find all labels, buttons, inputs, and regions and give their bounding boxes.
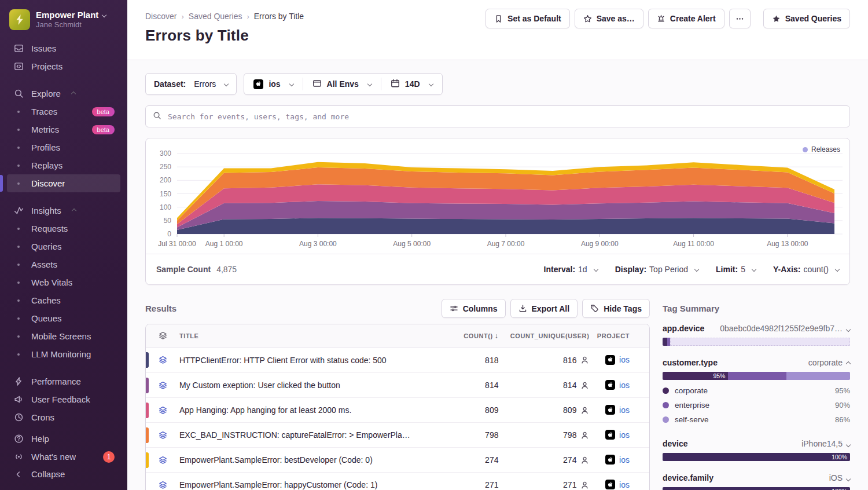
sidebar-item-profiles[interactable]: Profiles bbox=[7, 138, 120, 156]
dataset-filter-button[interactable]: Dataset: Errors bbox=[145, 73, 237, 95]
tag-entry-device: device iPhone14,5 100% bbox=[663, 439, 850, 461]
y-axis-control[interactable]: Y-Axis: count() bbox=[773, 265, 839, 274]
error-title-link[interactable]: EXC_BAD_INSTRUCTION: captureFatalError: … bbox=[179, 430, 422, 440]
sidebar-item-llm-monitoring[interactable]: LLM Monitoring bbox=[7, 345, 120, 363]
tag-key: device bbox=[663, 439, 688, 448]
project-link[interactable]: ios bbox=[619, 480, 630, 489]
button-label: Saved Queries bbox=[785, 14, 841, 23]
count-unique-cell: 271 bbox=[498, 480, 589, 489]
create-alert-button[interactable]: Create Alert bbox=[648, 9, 724, 28]
tag-distribution-bar[interactable]: 95% bbox=[663, 372, 850, 380]
error-title-link[interactable]: HTTPClientError: HTTP Client Error with … bbox=[179, 356, 422, 365]
star-filled-icon bbox=[772, 14, 781, 23]
error-title-link[interactable]: App Hanging: App hanging for at least 20… bbox=[179, 405, 422, 415]
sidebar-item-traces[interactable]: Traces beta bbox=[7, 103, 120, 120]
project-cell: ios bbox=[605, 380, 630, 390]
tag-legend-dot bbox=[663, 387, 669, 394]
sidebar-item-queues[interactable]: Queues bbox=[7, 309, 120, 327]
search-input[interactable] bbox=[167, 112, 843, 122]
chart-legend[interactable]: Releases bbox=[803, 145, 840, 153]
tag-entry-device-family: device.family iOS 100% bbox=[663, 473, 850, 490]
project-link[interactable]: ios bbox=[619, 355, 630, 364]
project-link[interactable]: ios bbox=[619, 430, 630, 440]
columns-button[interactable]: Columns bbox=[442, 299, 506, 318]
interval-control[interactable]: Interval: 1d bbox=[544, 265, 598, 274]
sidebar-item-performance[interactable]: Performance bbox=[7, 372, 120, 390]
tag-legend-row[interactable]: self-serve 86% bbox=[663, 412, 850, 427]
tag-toggle[interactable]: customer.type corporate bbox=[663, 358, 850, 367]
tag-top-value: 0baebc0de4982f1255f2e9e9fb7… bbox=[720, 324, 843, 333]
project-link[interactable]: ios bbox=[619, 381, 630, 390]
export-all-button[interactable]: Export All bbox=[510, 299, 578, 318]
set-as-default-button[interactable]: Set as Default bbox=[486, 9, 570, 28]
sidebar-item-issues[interactable]: Issues bbox=[7, 39, 120, 57]
button-label: Export All bbox=[532, 304, 570, 313]
sidebar-item-label: What's new bbox=[31, 452, 76, 462]
environment-filter-button[interactable]: All Envs bbox=[303, 74, 381, 94]
sidebar-item-assets[interactable]: Assets bbox=[7, 255, 120, 273]
column-header-project[interactable]: PROJECT bbox=[589, 324, 649, 348]
more-button[interactable] bbox=[729, 9, 751, 28]
error-title-link[interactable]: EmpowerPlant.SampleError: bestDeveloper … bbox=[179, 455, 422, 465]
control-value: 1d bbox=[578, 265, 587, 274]
tag-toggle[interactable]: device iPhone14,5 bbox=[663, 439, 850, 448]
bullet-icon bbox=[13, 129, 24, 131]
sidebar-item-crons[interactable]: Crons bbox=[7, 408, 120, 426]
sidebar-item-projects[interactable]: Projects bbox=[7, 57, 120, 75]
sidebar-item-queries[interactable]: Queries bbox=[7, 237, 120, 255]
sidebar-group-explore[interactable]: Explore bbox=[7, 85, 120, 103]
environment-filter-value: All Envs bbox=[327, 79, 359, 89]
sidebar-item-help[interactable]: Help bbox=[7, 430, 120, 448]
tag-distribution-bar[interactable] bbox=[663, 338, 850, 346]
sidebar-item-web-vitals[interactable]: Web Vitals bbox=[7, 273, 120, 291]
project-link[interactable]: ios bbox=[619, 405, 630, 415]
org-switcher[interactable]: Empower Plant Jane Schmidt bbox=[7, 9, 120, 30]
sidebar-item-user-feedback[interactable]: User Feedback bbox=[7, 390, 120, 408]
sidebar: Empower Plant Jane Schmidt Issues Projec… bbox=[0, 0, 127, 490]
button-label: Set as Default bbox=[507, 14, 561, 23]
tag-top-value: iPhone14,5 bbox=[801, 439, 843, 448]
stacked-area-chart[interactable]: 050100150200250300Jul 31 00:00Aug 1 00:0… bbox=[146, 138, 849, 254]
save-as-button[interactable]: Save as… bbox=[575, 9, 643, 28]
sidebar-item-discover[interactable]: Discover bbox=[7, 174, 120, 192]
sidebar-item-whats-new[interactable]: What's new 1 bbox=[7, 448, 120, 466]
stack-icon bbox=[159, 381, 167, 390]
sidebar-collapse-button[interactable]: Collapse bbox=[7, 465, 120, 483]
error-title-link[interactable]: My Custom exeption: User clicked the but… bbox=[179, 381, 422, 390]
tag-legend-row[interactable]: corporate 95% bbox=[663, 383, 850, 398]
column-header-title[interactable]: TITLE bbox=[179, 324, 458, 348]
saved-queries-button[interactable]: Saved Queries bbox=[763, 9, 850, 28]
person-icon bbox=[580, 456, 589, 465]
calendar-icon bbox=[391, 79, 400, 90]
date-range-filter-button[interactable]: 14D bbox=[381, 74, 442, 94]
sidebar-item-mobile-screens[interactable]: Mobile Screens bbox=[7, 327, 120, 345]
tag-legend-row[interactable]: enterprise 90% bbox=[663, 398, 850, 412]
sidebar-item-caches[interactable]: Caches bbox=[7, 291, 120, 309]
notification-badge[interactable]: 1 bbox=[103, 451, 115, 463]
column-header-count[interactable]: COUNT()↓ bbox=[458, 324, 498, 348]
count-unique-cell: 809 bbox=[498, 405, 589, 415]
display-control[interactable]: Display: Top Period bbox=[615, 265, 698, 274]
sidebar-group-insights[interactable]: Insights bbox=[7, 202, 120, 220]
tag-distribution-bar[interactable]: 100% bbox=[663, 453, 850, 461]
count-cell: 274 bbox=[458, 447, 498, 472]
dataset-value: Errors bbox=[194, 79, 216, 89]
project-filter-button[interactable]: ios bbox=[244, 74, 302, 94]
column-header-count-unique[interactable]: COUNT_UNIQUE(USER) bbox=[498, 324, 589, 348]
control-label: Y-Axis: bbox=[773, 265, 800, 274]
breadcrumb-item[interactable]: Discover bbox=[145, 12, 176, 21]
collapse-label: Collapse bbox=[31, 469, 65, 479]
error-title-link[interactable]: EmpowerPlant.SampleError: happyCustomer … bbox=[179, 480, 422, 489]
breadcrumb-item[interactable]: Saved Queries bbox=[189, 12, 242, 21]
sidebar-item-requests[interactable]: Requests bbox=[7, 220, 120, 237]
limit-control[interactable]: Limit: 5 bbox=[716, 265, 756, 274]
tag-toggle[interactable]: device.family iOS bbox=[663, 473, 850, 482]
sidebar-item-replays[interactable]: Replays bbox=[7, 156, 120, 174]
hide-tags-button[interactable]: Hide Tags bbox=[582, 299, 650, 318]
sidebar-item-label: Crons bbox=[31, 412, 54, 422]
chevron-down-icon bbox=[224, 82, 229, 86]
project-link[interactable]: ios bbox=[619, 455, 630, 465]
tag-distribution-bar[interactable]: 100% bbox=[663, 487, 850, 490]
tag-toggle[interactable]: app.device 0baebc0de4982f1255f2e9e9fb7… bbox=[663, 324, 850, 333]
sidebar-item-metrics[interactable]: Metrics beta bbox=[7, 120, 120, 138]
